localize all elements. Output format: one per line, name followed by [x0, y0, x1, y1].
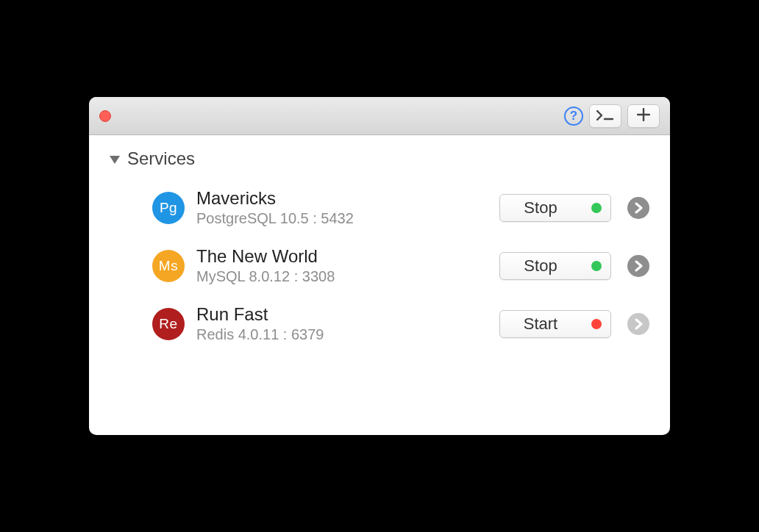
action-button-label: Stop — [500, 256, 581, 276]
service-name: Run Fast — [196, 304, 499, 325]
open-terminal-button[interactable] — [589, 104, 621, 128]
status-indicator-icon — [591, 319, 602, 329]
titlebar: ? — [89, 97, 670, 135]
add-service-button[interactable] — [627, 104, 660, 128]
status-indicator-icon — [591, 261, 602, 271]
section-header[interactable]: Services — [110, 148, 649, 169]
service-subtitle: MySQL 8.0.12 : 3308 — [196, 268, 499, 285]
open-service-arrow-icon[interactable] — [627, 197, 649, 219]
stop-button[interactable]: Stop — [499, 194, 611, 222]
services-list: PgMavericksPostgreSQL 10.5 : 5432StopMsT… — [110, 182, 649, 356]
action-button-label: Start — [500, 314, 581, 334]
plus-icon — [637, 107, 650, 126]
status-indicator-icon — [591, 203, 602, 213]
stop-button[interactable]: Stop — [499, 252, 611, 280]
open-service-arrow-icon — [627, 313, 649, 335]
help-icon: ? — [564, 107, 583, 126]
app-window: ? Services PgMav — [89, 97, 670, 435]
service-text: MavericksPostgreSQL 10.5 : 5432 — [196, 188, 499, 227]
disclosure-triangle-icon — [110, 148, 120, 169]
svg-marker-3 — [110, 156, 120, 164]
service-row[interactable]: MsThe New WorldMySQL 8.0.12 : 3308Stop — [110, 240, 649, 298]
content-area: Services PgMavericksPostgreSQL 10.5 : 54… — [89, 135, 670, 435]
service-name: Mavericks — [196, 188, 499, 209]
service-row[interactable]: PgMavericksPostgreSQL 10.5 : 5432Stop — [110, 182, 649, 240]
section-title: Services — [127, 148, 195, 169]
service-row[interactable]: ReRun FastRedis 4.0.11 : 6379Start — [110, 298, 649, 356]
service-badge-icon: Pg — [152, 192, 185, 224]
service-name: The New World — [196, 246, 499, 267]
close-window-button[interactable] — [99, 110, 111, 122]
service-badge-icon: Re — [152, 308, 185, 340]
service-text: Run FastRedis 4.0.11 : 6379 — [196, 304, 499, 343]
action-button-label: Stop — [500, 198, 581, 218]
help-button[interactable]: ? — [564, 107, 583, 126]
terminal-icon — [596, 108, 614, 123]
service-subtitle: Redis 4.0.11 : 6379 — [196, 326, 499, 343]
open-service-arrow-icon[interactable] — [627, 255, 649, 277]
start-button[interactable]: Start — [499, 310, 611, 338]
service-subtitle: PostgreSQL 10.5 : 5432 — [196, 210, 499, 227]
service-text: The New WorldMySQL 8.0.12 : 3308 — [196, 246, 499, 285]
service-badge-icon: Ms — [152, 250, 185, 282]
